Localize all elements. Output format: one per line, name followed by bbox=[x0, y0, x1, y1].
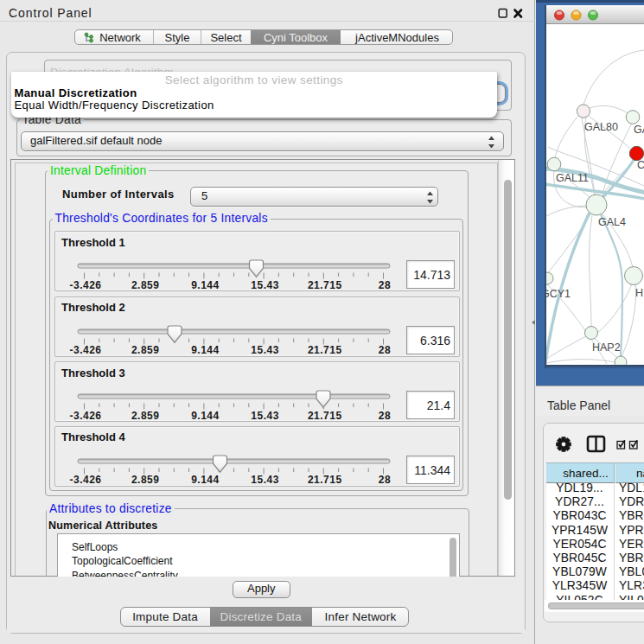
svg-text:GAL11: GAL11 bbox=[556, 172, 589, 184]
svg-text:C: C bbox=[637, 159, 644, 171]
svg-text:GA: GA bbox=[634, 124, 644, 136]
svg-text:HAP2: HAP2 bbox=[592, 341, 621, 354]
svg-text:GAL4: GAL4 bbox=[598, 216, 626, 228]
svg-text:GAL80: GAL80 bbox=[584, 121, 618, 133]
svg-text:GCY1: GCY1 bbox=[546, 288, 571, 300]
svg-text:H: H bbox=[635, 287, 643, 299]
